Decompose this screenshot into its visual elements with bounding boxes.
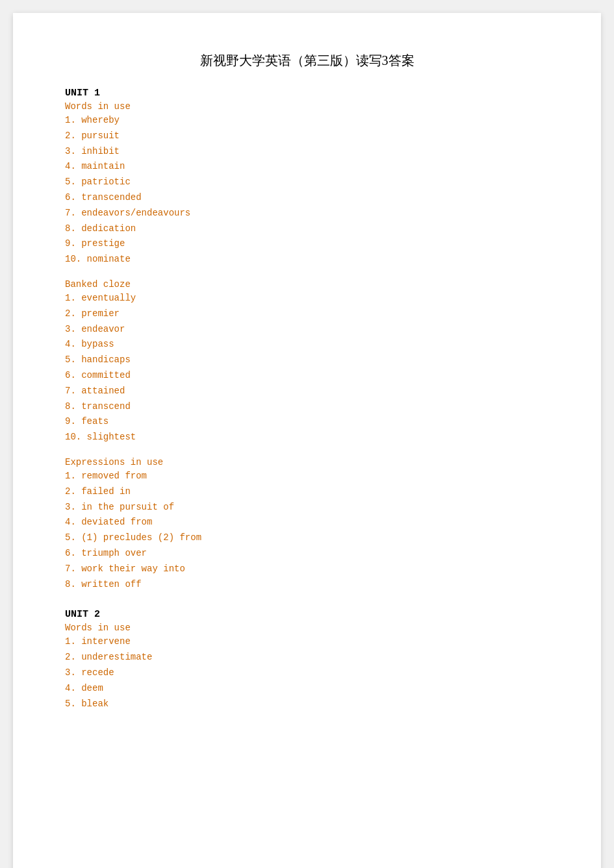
unit-heading-unit1: UNIT 1 (65, 88, 549, 99)
answer-item: 3. in the pursuit of (65, 500, 549, 515)
answer-item: 4. deem (65, 681, 549, 697)
answer-item: 6. triumph over (65, 546, 549, 562)
answer-item: 4. bypass (65, 337, 549, 353)
answer-item: 5. bleak (65, 697, 549, 712)
units-container: UNIT 1Words in use1. whereby2. pursuit3.… (65, 88, 549, 728)
answer-item: 3. inhibit (65, 144, 549, 160)
page-title: 新视野大学英语（第三版）读写3答案 (65, 52, 549, 69)
answer-item: 1. removed from (65, 469, 549, 484)
answer-item: 2. underestimate (65, 650, 549, 665)
answer-item: 4. deviated from (65, 515, 549, 530)
answer-item: 2. premier (65, 306, 549, 322)
section-block-expressions_in_use_1: Expressions in use1. removed from2. fail… (65, 457, 549, 592)
answer-item: 4. maintain (65, 159, 549, 175)
answer-item: 10. nominate (65, 252, 549, 267)
page-container: 新视野大学英语（第三版）读写3答案 UNIT 1Words in use1. w… (13, 13, 601, 868)
answer-item: 5. (1) precludes (2) from (65, 530, 549, 546)
section-block-banked_cloze_1: Banked cloze1. eventually2. premier3. en… (65, 279, 549, 445)
answer-item: 3. recede (65, 665, 549, 681)
answer-item: 1. whereby (65, 113, 549, 129)
answer-item: 2. pursuit (65, 129, 549, 144)
answer-item: 6. committed (65, 368, 549, 384)
unit-heading-unit2: UNIT 2 (65, 609, 549, 620)
answer-item: 8. dedication (65, 221, 549, 237)
answer-item: 10. slightest (65, 430, 549, 445)
section-heading-expressions_in_use_1: Expressions in use (65, 457, 549, 467)
answer-item: 1. intervene (65, 634, 549, 650)
section-block-words_in_use_1: Words in use1. whereby2. pursuit3. inhib… (65, 101, 549, 267)
section-block-words_in_use_2: Words in use1. intervene2. underestimate… (65, 623, 549, 712)
answer-item: 9. prestige (65, 236, 549, 252)
answer-item: 6. transcended (65, 190, 549, 206)
answer-item: 9. feats (65, 414, 549, 430)
answer-item: 5. handicaps (65, 353, 549, 368)
answer-item: 3. endeavor (65, 322, 549, 338)
section-heading-banked_cloze_1: Banked cloze (65, 279, 549, 290)
answer-item: 7. endeavors/endeavours (65, 206, 549, 221)
answer-item: 8. written off (65, 577, 549, 593)
answer-item: 5. patriotic (65, 175, 549, 190)
answer-item: 8. transcend (65, 399, 549, 415)
answer-item: 7. work their way into (65, 562, 549, 577)
answer-item: 2. failed in (65, 484, 549, 500)
answer-item: 1. eventually (65, 291, 549, 306)
answer-item: 7. attained (65, 384, 549, 399)
section-heading-words_in_use_1: Words in use (65, 101, 549, 112)
section-heading-words_in_use_2: Words in use (65, 623, 549, 633)
